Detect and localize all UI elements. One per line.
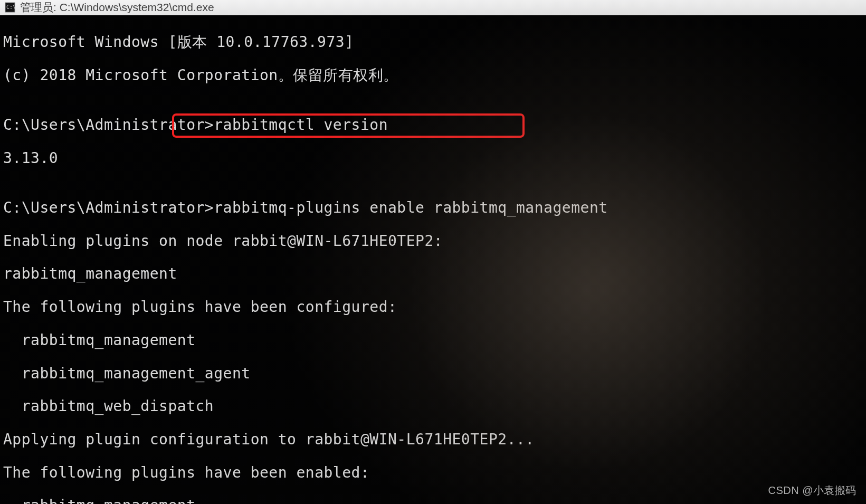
title-bar[interactable]: C:\ 管理员: C:\Windows\system32\cmd.exe <box>0 0 866 15</box>
terminal-line: Applying plugin configuration to rabbit@… <box>3 431 863 448</box>
terminal-line: C:\Users\Administrator>rabbitmqctl versi… <box>3 117 863 133</box>
watermark-text: CSDN @小袁搬码 <box>768 483 857 498</box>
terminal-line: The following plugins have been enabled: <box>3 464 863 481</box>
terminal-line: rabbitmq_management <box>3 332 863 348</box>
terminal-line: 3.13.0 <box>3 150 863 166</box>
terminal-line: Enabling plugins on node rabbit@WIN-L671… <box>3 233 863 249</box>
cmd-window: C:\ 管理员: C:\Windows\system32\cmd.exe Mic… <box>0 0 866 504</box>
terminal-line: (c) 2018 Microsoft Corporation。保留所有权利。 <box>3 67 863 83</box>
terminal-line: The following plugins have been configur… <box>3 299 863 315</box>
terminal-line: rabbitmq_management_agent <box>3 365 863 382</box>
terminal-line: rabbitmq_web_dispatch <box>3 398 863 414</box>
svg-text:C:\: C:\ <box>6 4 15 10</box>
terminal-line: rabbitmq_management <box>3 497 863 504</box>
terminal-line: Microsoft Windows [版本 10.0.17763.973] <box>3 34 863 50</box>
terminal-output[interactable]: Microsoft Windows [版本 10.0.17763.973] (c… <box>0 15 866 504</box>
terminal-line: rabbitmq_management <box>3 265 863 282</box>
terminal-line: C:\Users\Administrator>rabbitmq-plugins … <box>3 199 863 216</box>
window-title: 管理员: C:\Windows\system32\cmd.exe <box>20 0 214 15</box>
cmd-icon: C:\ <box>4 2 16 13</box>
